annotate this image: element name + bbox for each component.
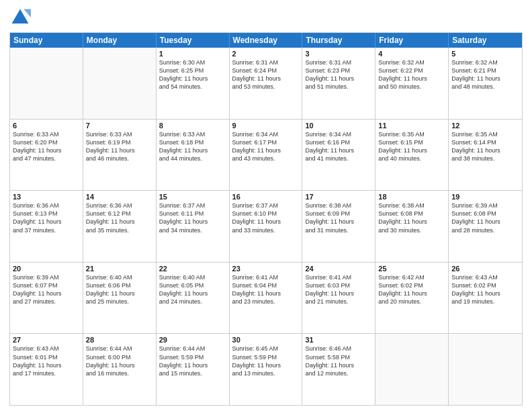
cell-line: and 28 minutes. xyxy=(451,226,519,234)
day-number: 14 xyxy=(86,193,153,201)
cell-line: Sunrise: 6:36 AM xyxy=(86,201,153,210)
cell-line: Sunrise: 6:41 AM xyxy=(232,273,300,281)
cell-line: Daylight: 11 hours xyxy=(232,218,300,226)
cell-line: Sunset: 6:14 PM xyxy=(451,138,519,146)
cal-cell: 24Sunrise: 6:41 AMSunset: 6:03 PMDayligh… xyxy=(302,263,375,334)
cell-line: Sunrise: 6:46 AM xyxy=(305,345,372,353)
cal-header-cell-monday: Monday xyxy=(83,33,157,48)
cal-cell: 7Sunrise: 6:33 AMSunset: 6:19 PMDaylight… xyxy=(83,120,157,191)
cell-line: and 34 minutes. xyxy=(159,226,226,234)
day-number: 17 xyxy=(305,193,372,201)
cell-line: and 12 minutes. xyxy=(305,369,372,377)
day-number: 7 xyxy=(86,122,153,130)
calendar-body: 1Sunrise: 6:30 AMSunset: 6:25 PMDaylight… xyxy=(10,48,522,405)
cell-line: Daylight: 11 hours xyxy=(451,218,519,226)
svg-marker-1 xyxy=(24,9,31,17)
cell-line: Sunset: 6:22 PM xyxy=(378,66,445,75)
cal-cell: 10Sunrise: 6:34 AMSunset: 6:16 PMDayligh… xyxy=(302,120,375,191)
day-number: 12 xyxy=(451,122,519,130)
cell-line: Daylight: 11 hours xyxy=(86,146,153,154)
cell-line: Sunset: 6:06 PM xyxy=(86,281,153,289)
day-number: 26 xyxy=(451,265,519,273)
cell-line: Sunrise: 6:39 AM xyxy=(13,273,80,281)
cal-cell: 16Sunrise: 6:37 AMSunset: 6:10 PMDayligh… xyxy=(230,191,303,262)
cell-line: Sunrise: 6:34 AM xyxy=(232,130,300,138)
cell-line: Daylight: 11 hours xyxy=(13,146,80,154)
cell-line: Sunset: 6:24 PM xyxy=(232,66,300,75)
cell-line: Sunrise: 6:33 AM xyxy=(86,130,153,138)
cal-cell: 4Sunrise: 6:32 AMSunset: 6:22 PMDaylight… xyxy=(375,48,449,119)
day-number: 29 xyxy=(159,336,226,344)
cell-line: Sunrise: 6:38 AM xyxy=(378,201,445,210)
cell-line: Daylight: 11 hours xyxy=(305,361,372,369)
day-number: 3 xyxy=(305,50,372,58)
cal-cell: 30Sunrise: 6:45 AMSunset: 5:59 PMDayligh… xyxy=(230,334,303,405)
day-number: 6 xyxy=(13,122,80,130)
cell-line: Daylight: 11 hours xyxy=(305,289,372,298)
cal-header-cell-friday: Friday xyxy=(375,33,449,48)
cell-line: Sunrise: 6:38 AM xyxy=(305,201,372,210)
cell-line: and 30 minutes. xyxy=(378,226,445,234)
cal-cell: 20Sunrise: 6:39 AMSunset: 6:07 PMDayligh… xyxy=(10,263,83,334)
day-number: 31 xyxy=(305,336,372,344)
cell-line: Sunset: 5:58 PM xyxy=(305,353,372,361)
cell-line: Daylight: 11 hours xyxy=(378,289,445,298)
cell-line: Sunrise: 6:44 AM xyxy=(86,345,153,353)
day-number: 16 xyxy=(232,193,300,201)
calendar: SundayMondayTuesdayWednesdayThursdayFrid… xyxy=(9,32,523,406)
cell-line: Sunset: 6:20 PM xyxy=(13,138,80,146)
cell-line: Sunrise: 6:37 AM xyxy=(232,201,300,210)
cell-line: and 53 minutes. xyxy=(232,83,300,91)
day-number: 4 xyxy=(378,50,445,58)
cell-line: Sunrise: 6:45 AM xyxy=(232,345,300,353)
cell-line: Daylight: 11 hours xyxy=(159,289,226,298)
day-number: 19 xyxy=(451,193,519,201)
cell-line: Daylight: 11 hours xyxy=(159,146,226,154)
cell-line: Sunset: 6:15 PM xyxy=(378,138,445,146)
cell-line: Daylight: 11 hours xyxy=(378,218,445,226)
cell-line: Daylight: 11 hours xyxy=(232,289,300,298)
cal-cell: 26Sunrise: 6:43 AMSunset: 6:02 PMDayligh… xyxy=(449,263,522,334)
cell-line: Sunrise: 6:31 AM xyxy=(232,58,300,66)
cal-cell: 13Sunrise: 6:36 AMSunset: 6:13 PMDayligh… xyxy=(10,191,83,262)
day-number: 28 xyxy=(86,336,153,344)
cell-line: and 48 minutes. xyxy=(451,83,519,91)
cell-line: Daylight: 11 hours xyxy=(13,289,80,298)
cell-line: Sunset: 6:25 PM xyxy=(159,66,226,75)
cell-line: Sunset: 6:12 PM xyxy=(86,210,153,218)
cal-cell: 6Sunrise: 6:33 AMSunset: 6:20 PMDaylight… xyxy=(10,120,83,191)
cell-line: Daylight: 11 hours xyxy=(86,361,153,369)
day-number: 13 xyxy=(13,193,80,201)
cell-line: Sunrise: 6:42 AM xyxy=(378,273,445,281)
cell-line: Sunrise: 6:41 AM xyxy=(305,273,372,281)
calendar-header: SundayMondayTuesdayWednesdayThursdayFrid… xyxy=(10,33,522,48)
cell-line: Daylight: 11 hours xyxy=(305,75,372,83)
cell-line: Sunrise: 6:32 AM xyxy=(378,58,445,66)
cell-line: Sunset: 6:13 PM xyxy=(13,210,80,218)
day-number: 1 xyxy=(159,50,226,58)
cal-cell: 21Sunrise: 6:40 AMSunset: 6:06 PMDayligh… xyxy=(83,263,157,334)
cal-header-cell-sunday: Sunday xyxy=(10,33,83,48)
cal-cell xyxy=(83,48,157,119)
cal-cell: 22Sunrise: 6:40 AMSunset: 6:05 PMDayligh… xyxy=(157,263,230,334)
cell-line: Daylight: 11 hours xyxy=(451,146,519,154)
cell-line: and 43 minutes. xyxy=(232,154,300,163)
day-number: 22 xyxy=(159,265,226,273)
cal-row: 13Sunrise: 6:36 AMSunset: 6:13 PMDayligh… xyxy=(10,190,522,262)
cell-line: and 51 minutes. xyxy=(305,83,372,91)
cell-line: and 41 minutes. xyxy=(305,154,372,163)
cal-cell: 28Sunrise: 6:44 AMSunset: 6:00 PMDayligh… xyxy=(83,334,157,405)
cal-cell: 1Sunrise: 6:30 AMSunset: 6:25 PMDaylight… xyxy=(157,48,230,119)
cell-line: Sunset: 6:03 PM xyxy=(305,281,372,289)
cal-row: 20Sunrise: 6:39 AMSunset: 6:07 PMDayligh… xyxy=(10,262,522,334)
cal-cell: 18Sunrise: 6:38 AMSunset: 6:08 PMDayligh… xyxy=(375,191,449,262)
day-number: 21 xyxy=(86,265,153,273)
cell-line: and 17 minutes. xyxy=(13,369,80,377)
day-number: 11 xyxy=(378,122,445,130)
cell-line: Daylight: 11 hours xyxy=(451,75,519,83)
cell-line: Sunset: 6:02 PM xyxy=(378,281,445,289)
cell-line: Sunrise: 6:37 AM xyxy=(159,201,226,210)
cell-line: Sunset: 5:59 PM xyxy=(159,353,226,361)
cell-line: Daylight: 11 hours xyxy=(13,361,80,369)
cell-line: and 44 minutes. xyxy=(159,154,226,163)
